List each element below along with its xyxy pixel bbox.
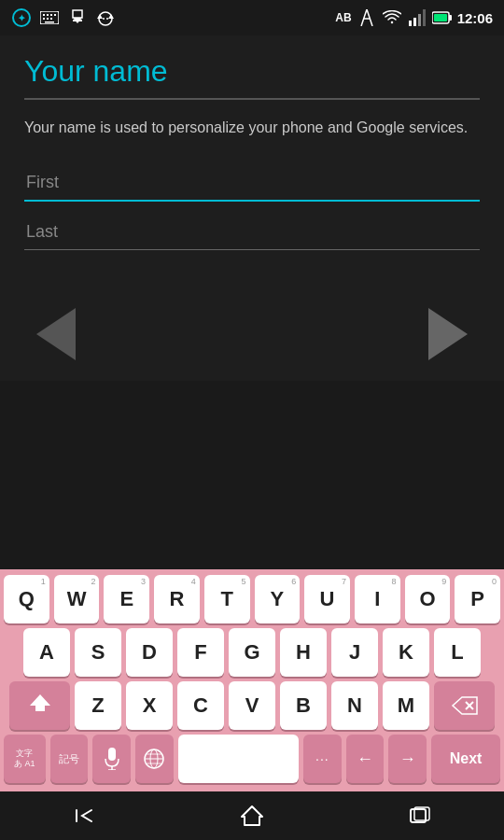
forward-arrow-icon bbox=[428, 308, 468, 360]
key-l[interactable]: L bbox=[434, 628, 481, 677]
svg-line-20 bbox=[367, 9, 372, 26]
forward-arrow-button[interactable] bbox=[420, 306, 476, 362]
svg-rect-25 bbox=[423, 9, 426, 26]
key-w[interactable]: W2 bbox=[54, 575, 100, 623]
virtual-keyboard: Q1 W2 E3 R4 T5 Y6 U7 I8 O9 P0 A S D F G … bbox=[0, 569, 504, 791]
shift-key[interactable]: ● bbox=[9, 681, 70, 730]
key-z[interactable]: Z bbox=[75, 681, 121, 730]
key-symbols[interactable]: 記号 bbox=[50, 735, 89, 783]
svg-rect-5 bbox=[50, 14, 52, 16]
svg-rect-13 bbox=[73, 10, 82, 18]
key-dots[interactable]: ··· bbox=[303, 735, 342, 783]
svg-marker-16 bbox=[108, 14, 114, 19]
key-s[interactable]: S bbox=[75, 628, 121, 677]
key-o[interactable]: O9 bbox=[405, 575, 451, 623]
status-bar: ✦ bbox=[0, 0, 504, 35]
key-m[interactable]: M bbox=[383, 681, 429, 730]
svg-rect-6 bbox=[54, 14, 56, 16]
status-left-icons: ✦ bbox=[11, 7, 116, 28]
next-key[interactable]: Next bbox=[431, 735, 500, 783]
last-name-input[interactable] bbox=[24, 215, 480, 250]
main-content: Your name Your name is used to personali… bbox=[0, 35, 504, 278]
page-description: Your name is used to personalize your ph… bbox=[24, 117, 480, 139]
keyboard-row-1: Q1 W2 E3 R4 T5 Y6 U7 I8 O9 P0 bbox=[4, 575, 500, 623]
key-globe[interactable] bbox=[135, 735, 174, 783]
signal-icon bbox=[407, 7, 427, 28]
antenna-icon bbox=[357, 7, 377, 28]
nav-recent-button[interactable] bbox=[397, 797, 443, 834]
bottom-navigation-bar bbox=[0, 791, 504, 840]
key-q[interactable]: Q1 bbox=[4, 575, 49, 623]
svg-point-18 bbox=[106, 18, 108, 20]
svg-rect-24 bbox=[418, 14, 421, 26]
backspace-key[interactable] bbox=[434, 681, 495, 730]
svg-marker-30 bbox=[453, 697, 477, 714]
circle-status-icon: ✦ bbox=[11, 7, 32, 28]
keyboard-row-4: 文字あ A1 記号 ··· ← → Next bbox=[4, 735, 500, 783]
svg-marker-15 bbox=[97, 14, 103, 19]
key-mic[interactable] bbox=[92, 735, 131, 783]
wifi-icon bbox=[382, 7, 402, 28]
keyboard-row-3: ● Z X C V B N M bbox=[4, 681, 500, 730]
svg-rect-10 bbox=[45, 21, 54, 23]
key-d[interactable]: D bbox=[126, 628, 173, 677]
key-y[interactable]: Y6 bbox=[255, 575, 301, 623]
key-space[interactable] bbox=[178, 735, 299, 783]
svg-line-19 bbox=[361, 9, 367, 26]
key-v[interactable]: V bbox=[229, 681, 275, 730]
key-arrow-right[interactable]: → bbox=[388, 735, 427, 783]
svg-marker-42 bbox=[242, 806, 262, 825]
key-jp-input[interactable]: 文字あ A1 bbox=[4, 735, 46, 783]
name-input-group bbox=[24, 165, 480, 263]
nav-back-button[interactable] bbox=[61, 797, 107, 834]
download-status-icon bbox=[67, 7, 88, 28]
svg-rect-3 bbox=[43, 14, 45, 16]
svg-rect-22 bbox=[409, 21, 412, 26]
key-n[interactable]: N bbox=[331, 681, 378, 730]
key-p[interactable]: P0 bbox=[455, 575, 500, 623]
key-t[interactable]: T5 bbox=[204, 575, 250, 623]
key-j[interactable]: J bbox=[331, 628, 378, 677]
cat-status-icon bbox=[95, 7, 116, 28]
key-b[interactable]: B bbox=[280, 681, 327, 730]
keyboard-row-2: A S D F G H J K L bbox=[4, 628, 500, 677]
first-name-input[interactable] bbox=[24, 165, 480, 202]
ab-indicator: AB bbox=[335, 11, 351, 24]
key-a[interactable]: A bbox=[23, 628, 70, 677]
svg-point-17 bbox=[103, 18, 105, 20]
svg-rect-33 bbox=[108, 748, 116, 761]
key-x[interactable]: X bbox=[126, 681, 173, 730]
battery-icon bbox=[432, 7, 453, 28]
nav-home-button[interactable] bbox=[229, 797, 275, 834]
key-f[interactable]: F bbox=[177, 628, 224, 677]
key-u[interactable]: U7 bbox=[304, 575, 350, 623]
key-r[interactable]: R4 bbox=[154, 575, 200, 623]
back-arrow-button[interactable] bbox=[28, 306, 84, 362]
key-e[interactable]: E3 bbox=[104, 575, 149, 623]
key-arrow-left[interactable]: ← bbox=[346, 735, 385, 783]
svg-rect-27 bbox=[449, 15, 452, 21]
key-g[interactable]: G bbox=[229, 628, 275, 677]
keyboard-status-icon bbox=[39, 7, 60, 28]
svg-rect-28 bbox=[434, 14, 447, 21]
key-i[interactable]: I8 bbox=[355, 575, 400, 623]
status-right-icons: AB bbox=[335, 7, 493, 28]
key-k[interactable]: K bbox=[383, 628, 429, 677]
svg-rect-7 bbox=[43, 18, 45, 20]
key-h[interactable]: H bbox=[280, 628, 327, 677]
status-time: 12:06 bbox=[457, 10, 493, 26]
svg-rect-23 bbox=[413, 18, 416, 26]
page-title: Your name bbox=[24, 54, 480, 89]
svg-rect-8 bbox=[47, 18, 49, 20]
back-arrow-icon bbox=[36, 308, 76, 360]
svg-rect-9 bbox=[50, 18, 52, 20]
navigation-arrows bbox=[0, 278, 504, 381]
title-divider bbox=[24, 98, 480, 100]
key-c[interactable]: C bbox=[177, 681, 224, 730]
svg-text:✦: ✦ bbox=[18, 13, 26, 23]
svg-rect-4 bbox=[47, 14, 49, 16]
svg-marker-29 bbox=[30, 694, 50, 711]
